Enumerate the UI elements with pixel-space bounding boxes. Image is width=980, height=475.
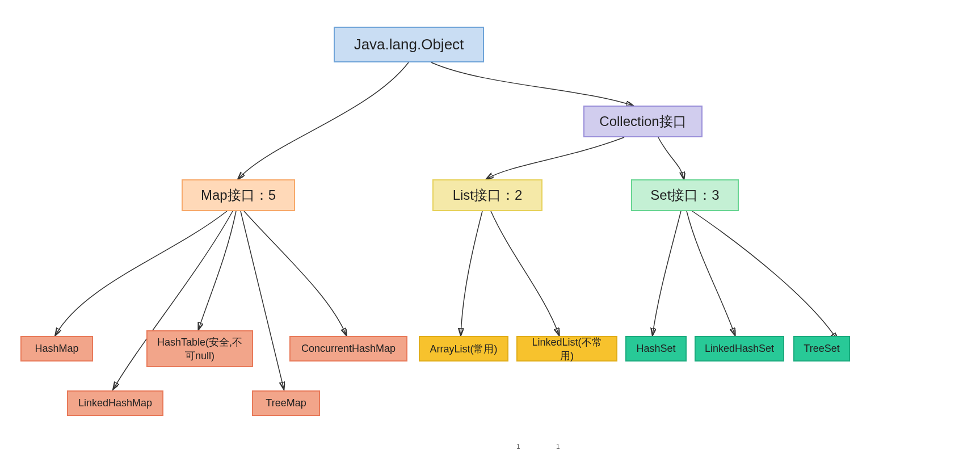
node-list: List接口：2 <box>432 179 542 211</box>
node-label: HashSet <box>636 343 675 355</box>
node-hashmap: HashMap <box>20 336 93 361</box>
node-label: HashTable(安全,不可null) <box>157 335 243 363</box>
node-linkedhashset: LinkedHashSet <box>695 336 784 361</box>
node-label: LinkedList(不常用) <box>527 335 607 363</box>
node-label: Java.lang.Object <box>354 36 464 53</box>
node-arraylist: ArrayList(常用) <box>419 336 508 361</box>
node-label: Collection接口 <box>599 112 686 131</box>
node-label: LinkedHashSet <box>705 343 774 355</box>
node-label: HashMap <box>35 343 78 355</box>
node-hashtable: HashTable(安全,不可null) <box>146 330 253 367</box>
node-concurrenthashmap: ConcurrentHashMap <box>289 336 407 361</box>
node-treemap: TreeMap <box>252 390 320 416</box>
node-hashset: HashSet <box>625 336 687 361</box>
node-linkedlist: LinkedList(不常用) <box>516 336 617 361</box>
node-label: TreeMap <box>266 397 306 409</box>
node-label: TreeSet <box>804 343 839 355</box>
node-root: Java.lang.Object <box>334 27 484 62</box>
node-treeset: TreeSet <box>793 336 850 361</box>
node-label: ArrayList(常用) <box>430 342 497 356</box>
node-set: Set接口：3 <box>631 179 739 211</box>
node-collection: Collection接口 <box>583 106 703 137</box>
node-label: ConcurrentHashMap <box>301 343 396 355</box>
footer-mark-2: 1 <box>556 443 560 451</box>
node-label: Map接口：5 <box>201 186 276 204</box>
footer-mark-1: 1 <box>516 443 520 451</box>
node-label: List接口：2 <box>453 186 523 204</box>
node-label: Set接口：3 <box>650 186 719 204</box>
node-map: Map接口：5 <box>182 179 295 211</box>
node-label: LinkedHashMap <box>78 397 152 409</box>
node-linkedhashmap: LinkedHashMap <box>67 390 163 416</box>
